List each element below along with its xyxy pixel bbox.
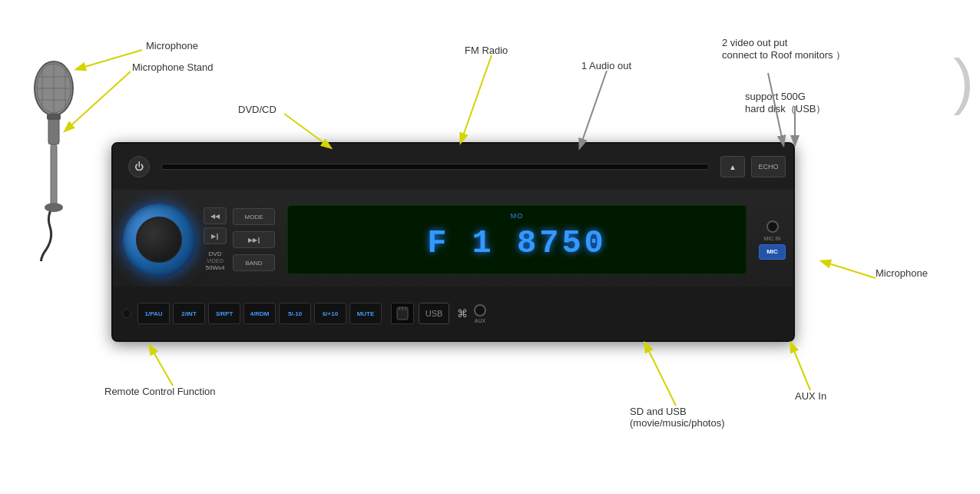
band-button[interactable]: BAND bbox=[233, 254, 275, 271]
mode-button[interactable]: MODE bbox=[233, 208, 275, 225]
btn-3-rpt[interactable]: 3/RPT bbox=[208, 303, 240, 324]
stereo-bottom-row: 1/PAU 2/INT 3/RPT 4/RDM 5/-10 6/+10 MUTE bbox=[113, 287, 793, 340]
label-dvd-cd: DVD/CD bbox=[238, 104, 276, 115]
aux-label: AUX bbox=[475, 318, 485, 323]
microphone-image bbox=[23, 46, 84, 261]
mic-button[interactable]: MIC bbox=[759, 244, 786, 260]
stereo-top-row: ⏻ ▲ ECHO bbox=[113, 144, 793, 190]
stereo-middle-row: ◀◀ ▶‖ DVD VIDEO 50Wx4 MODE ▶▶‖ BAND MO F… bbox=[113, 190, 793, 290]
stereo-unit: ⏻ ▲ ECHO ◀◀ ▶‖ DVD VIDEO 50Wx4 bbox=[111, 142, 795, 342]
eject-button[interactable]: ▲ bbox=[720, 156, 745, 177]
label-microphone-top: Microphone bbox=[146, 40, 198, 51]
label-fm-radio: FM Radio bbox=[465, 45, 508, 56]
svg-line-23 bbox=[822, 261, 876, 278]
svg-line-24 bbox=[150, 346, 173, 386]
mic-in-jack[interactable] bbox=[766, 220, 779, 233]
volume-ring[interactable] bbox=[123, 204, 196, 277]
prev-button[interactable]: ◀◀ bbox=[204, 207, 227, 224]
decoration-paren: ) bbox=[953, 46, 974, 117]
mic-in-label: MIC IN bbox=[764, 236, 781, 241]
volume-knob-container bbox=[121, 201, 197, 278]
btn-1-pau[interactable]: 1/PAU bbox=[137, 303, 170, 324]
power-button[interactable]: ⏻ bbox=[128, 156, 150, 177]
svg-line-25 bbox=[645, 343, 676, 406]
cd-slot bbox=[161, 164, 709, 170]
play-pause-button[interactable]: ▶‖ bbox=[204, 227, 227, 244]
mode-band-container: MODE ▶▶‖ BAND bbox=[233, 208, 275, 271]
btn-mute[interactable]: MUTE bbox=[349, 303, 382, 324]
label-microphone-stand: Microphone Stand bbox=[132, 61, 214, 73]
display-screen: MO F 1 8750 bbox=[287, 205, 747, 274]
svg-rect-14 bbox=[402, 307, 403, 310]
echo-button[interactable]: ECHO bbox=[751, 156, 786, 177]
label-remote-control: Remote Control Function bbox=[104, 386, 216, 397]
ir-sensor bbox=[122, 309, 131, 318]
dvd-label: DVD VIDEO 50Wx4 bbox=[206, 250, 225, 272]
display-frequency: F 1 8750 bbox=[427, 225, 607, 262]
svg-rect-13 bbox=[399, 307, 400, 310]
sd-slot bbox=[391, 303, 414, 324]
svg-line-26 bbox=[791, 343, 810, 390]
mic-in-section: MIC IN MIC bbox=[759, 220, 786, 260]
svg-line-19 bbox=[461, 55, 492, 142]
display-mo: MO bbox=[511, 212, 524, 220]
sd-usb-area: USB ⌘ bbox=[391, 303, 468, 324]
label-hard-disk: support 500G hard disk（USB） bbox=[745, 91, 826, 116]
btn-6-plus[interactable]: 6/+10 bbox=[314, 303, 346, 324]
usb-port: USB bbox=[419, 303, 449, 324]
aux-jack[interactable] bbox=[474, 304, 486, 317]
label-video-out: 2 video out put connect to Roof monitors… bbox=[722, 37, 846, 62]
volume-inner bbox=[136, 217, 182, 263]
svg-rect-15 bbox=[405, 307, 406, 310]
btn-5-minus[interactable]: 5/-10 bbox=[279, 303, 311, 324]
label-audio-out: 1 Audio out bbox=[581, 60, 631, 71]
aux-area: AUX bbox=[474, 304, 486, 323]
svg-point-11 bbox=[45, 203, 63, 212]
svg-rect-10 bbox=[51, 144, 57, 206]
label-aux-in: AUX In bbox=[795, 390, 826, 402]
next-button[interactable]: ▶▶‖ bbox=[233, 231, 275, 248]
svg-line-20 bbox=[580, 71, 607, 148]
svg-rect-9 bbox=[47, 114, 61, 120]
btn-2-int[interactable]: 2/INT bbox=[173, 303, 205, 324]
label-microphone-right: Microphone bbox=[876, 267, 928, 279]
page-container: ) Microphone Microphone Stand bbox=[0, 0, 980, 494]
usb-symbol: ⌘ bbox=[457, 307, 468, 320]
label-sd-usb: SD and USB (movie/music/photos) bbox=[630, 406, 725, 429]
btn-4-rdm[interactable]: 4/RDM bbox=[243, 303, 276, 324]
